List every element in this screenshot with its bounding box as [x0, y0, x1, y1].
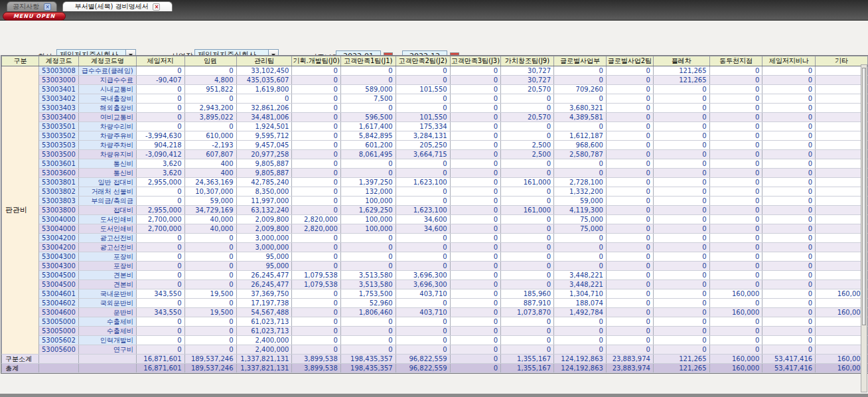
table-row[interactable]: 53003000지급수수료-90,4074,800435,035,6070000…	[2, 76, 868, 85]
value-cell: 1,753,500	[340, 289, 396, 299]
value-cell: 0	[501, 215, 554, 224]
vertical-scrollbar[interactable]	[861, 64, 867, 392]
table-row[interactable]: 53004500견본비0026,245,4771,079,5383,513,58…	[2, 271, 868, 280]
account-code-cell: 53003401	[38, 85, 78, 94]
table-row[interactable]: 판관비53003008급수수료(클레임)0033,102,450000030,7…	[2, 66, 868, 76]
value-cell: 0	[816, 122, 868, 131]
menu-open-button[interactable]: MENU OPEN	[3, 12, 66, 21]
value-cell: 61,023,713	[236, 327, 292, 336]
table-row[interactable]: 53005600연구비002,400,00000000000000	[2, 345, 868, 355]
table-row[interactable]: 53004600운반비343,55019,50054,567,48801,806…	[2, 308, 868, 317]
table-row[interactable]: 53003801일반 접대비2,955,00024,363,16942,785,…	[2, 178, 868, 187]
value-cell: 0	[554, 169, 607, 178]
value-cell: 121,265	[653, 364, 709, 373]
value-cell: 607,807	[184, 150, 236, 159]
value-cell: 1,623,100	[396, 206, 450, 215]
table-row[interactable]: 53003401시내교통비0951,8221,619,8000589,00010…	[2, 85, 868, 94]
value-cell: 3,513,580	[340, 280, 396, 289]
table-row[interactable]: 53003400여비교통비03,895,02234,481,0060596,50…	[2, 113, 868, 122]
account-code-cell: 53003800	[38, 206, 78, 215]
value-cell: 0	[450, 150, 500, 159]
table-row[interactable]: 53004601국내운반비343,55019,50037,369,75001,7…	[2, 289, 868, 299]
table-row[interactable]: 53004602국외운반비0017,197,738052,96000887,91…	[2, 299, 868, 308]
tab-expense-report[interactable]: 부서별(세목) 경비명세서 ×	[62, 1, 173, 11]
value-cell: 0	[709, 299, 762, 308]
value-cell: 0	[606, 215, 653, 224]
value-cell: 0	[762, 76, 816, 85]
value-cell: 0	[136, 280, 184, 289]
value-cell: 30,727	[501, 76, 554, 85]
value-cell: 0	[653, 131, 709, 141]
table-row[interactable]: 53004200광고선전비003,000,00000000000000	[2, 234, 868, 243]
table-row[interactable]: 53003500차량유지비-3,090,412607,80720,977,258…	[2, 150, 868, 159]
value-cell: -2,193	[184, 141, 236, 150]
value-cell: 121,265	[653, 66, 709, 76]
value-cell: 0	[653, 169, 709, 178]
value-cell: 4,800	[184, 76, 236, 85]
value-cell: 0	[709, 150, 762, 159]
tab-close-icon[interactable]: ×	[44, 3, 51, 11]
value-cell: 0	[653, 345, 709, 355]
table-row[interactable]: 53004500견본비0026,245,4771,079,5383,513,58…	[2, 280, 868, 289]
tab-close-icon[interactable]: ×	[153, 3, 160, 11]
value-cell: 0	[606, 271, 653, 280]
value-cell: 0	[450, 85, 500, 94]
tab-notice[interactable]: 공지사항 ×	[7, 1, 57, 11]
value-cell: 0	[501, 234, 554, 243]
value-cell: 0	[184, 252, 236, 262]
value-cell: 0	[653, 197, 709, 206]
value-cell: 0	[501, 252, 554, 262]
value-cell: 0	[340, 317, 396, 327]
total-row[interactable]: 총계16,871,601189,537,2461,337,821,1313,89…	[2, 364, 868, 373]
value-cell: 0	[709, 280, 762, 289]
table-row[interactable]: 53005602인력개발비002,400,00000000000000	[2, 336, 868, 345]
value-cell: 160,000	[816, 355, 868, 364]
table-row[interactable]: 53003403해외출장비02,943,20032,861,206000003,…	[2, 104, 868, 113]
scrollbar-thumb[interactable]	[862, 68, 866, 325]
value-cell: 0	[554, 76, 607, 85]
value-cell: 0	[340, 327, 396, 336]
value-cell: 0	[184, 243, 236, 252]
value-cell: 0	[554, 243, 607, 252]
value-cell: 0	[136, 113, 184, 122]
value-cell: 0	[709, 345, 762, 355]
subtotal-row[interactable]: 구분소계16,871,601189,537,2461,337,821,1313,…	[2, 355, 868, 364]
table-row[interactable]: 53004300포장비0095,00000000000000	[2, 252, 868, 262]
table-row[interactable]: 53003803부의금/축의금059,00011,997,0000100,000…	[2, 197, 868, 206]
table-row[interactable]: 53005000수출제비0061,023,71300000000000	[2, 327, 868, 336]
value-cell: 0	[292, 131, 340, 141]
value-cell: 160,000	[709, 355, 762, 364]
value-cell: 2,500	[501, 141, 554, 150]
value-cell: 0	[501, 317, 554, 327]
value-cell: 0	[396, 76, 450, 85]
table-row[interactable]: 53004200광고선전비003,000,00000000000000	[2, 243, 868, 252]
table-row[interactable]: 53005000수출제비0061,023,71300000000000	[2, 317, 868, 327]
table-row[interactable]: 53003503차량주차비904,218-2,1939,457,0450601,…	[2, 141, 868, 150]
value-cell: 40,000	[184, 215, 236, 224]
table-row[interactable]: 53003800접대비2,955,00034,729,16963,132,240…	[2, 206, 868, 215]
value-cell: 601,200	[340, 141, 396, 150]
table-row[interactable]: 53004300포장비0095,00000000000000	[2, 262, 868, 271]
table-row[interactable]: 53003802거래처 선물비010,307,0008,350,0000132,…	[2, 187, 868, 197]
value-cell: 0	[396, 317, 450, 327]
table-row[interactable]: 53003402국내출장비00007,500000000000	[2, 94, 868, 104]
value-cell: 0	[816, 141, 868, 150]
table-row[interactable]: 53003502차량주유비-3,994,630610,0009,595,7120…	[2, 131, 868, 141]
table-row[interactable]: 53003600통신비3,6204009,805,88700000000000	[2, 169, 868, 178]
table-row[interactable]: 53003601통신비3,6204009,805,88700000000000	[2, 159, 868, 169]
value-cell: 0	[340, 252, 396, 262]
expense-grid: 구분계정코드계정코드명제일저지임원관리팀기획.개발팀(J0)고객만족1팀(J1)…	[1, 56, 868, 373]
value-cell: 0	[606, 317, 653, 327]
value-cell: 0	[762, 224, 816, 234]
table-row[interactable]: 53004000도서인쇄비2,700,00040,0002,009,8002,8…	[2, 215, 868, 224]
value-cell: 16,871,601	[136, 355, 184, 364]
account-code-cell: 53005602	[38, 336, 78, 345]
value-cell: 0	[450, 113, 500, 122]
account-code-cell: 53003500	[38, 150, 78, 159]
table-row[interactable]: 53003501차량수리비001,924,50101,617,400175,33…	[2, 122, 868, 131]
value-cell: 0	[501, 271, 554, 280]
value-cell: 0	[816, 187, 868, 197]
value-cell: 0	[606, 141, 653, 150]
table-row[interactable]: 53004000도서인쇄비2,700,00040,0002,009,8002,8…	[2, 224, 868, 234]
group-cell: 판관비	[2, 66, 39, 355]
